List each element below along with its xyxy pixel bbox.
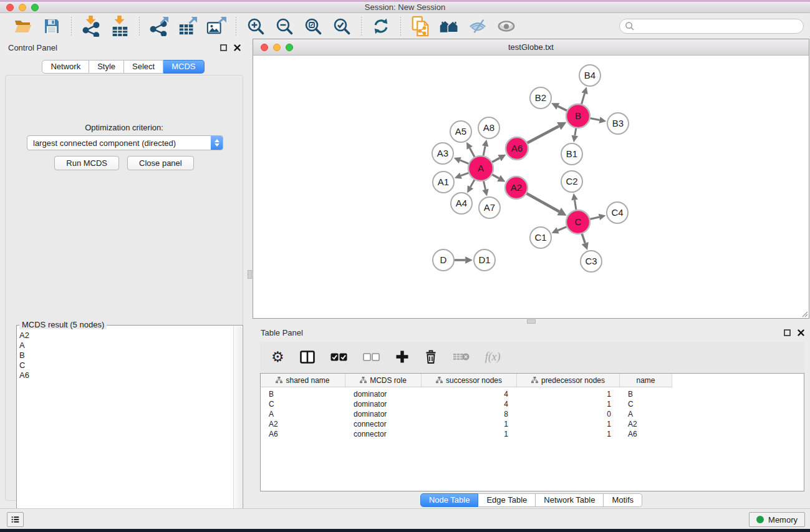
edge-C-C3[interactable]	[582, 233, 586, 243]
tab-network-table[interactable]: Network Table	[536, 493, 604, 507]
cell-successor-nodes[interactable]: 8	[422, 409, 517, 419]
cell-mcds-role[interactable]: connector	[345, 429, 422, 439]
column-header-successor-nodes[interactable]: successor nodes	[422, 374, 517, 387]
cell-shared-name[interactable]: A2	[261, 419, 345, 429]
edge-C-C4[interactable]	[589, 217, 599, 220]
cell-shared-name[interactable]: B	[261, 389, 345, 399]
tab-select[interactable]: Select	[124, 60, 163, 74]
node-table[interactable]: shared nameMCDS rolesuccessor nodesprede…	[260, 373, 804, 491]
tab-network[interactable]: Network	[42, 60, 89, 74]
export-network-button[interactable]	[149, 16, 169, 36]
refresh-view-button[interactable]	[371, 16, 391, 36]
memory-button[interactable]: Memory	[749, 512, 805, 527]
copy-network-view-button[interactable]	[410, 16, 430, 36]
edge-A6-B[interactable]	[526, 126, 559, 143]
table-float-button[interactable]	[783, 328, 791, 337]
cell-shared-name[interactable]: A	[261, 409, 345, 419]
edge-C-C1[interactable]	[558, 226, 568, 231]
cell-successor-nodes[interactable]: 1	[422, 419, 517, 429]
table-row[interactable]: Cdominator41C	[261, 399, 804, 409]
cell-predecessor-nodes[interactable]: 1	[517, 429, 620, 439]
create-column-button[interactable]	[395, 350, 409, 364]
cell-name[interactable]: A	[620, 409, 672, 419]
cell-mcds-role[interactable]: dominator	[345, 399, 422, 409]
cell-mcds-role[interactable]: dominator	[345, 409, 422, 419]
cell-shared-name[interactable]: A6	[261, 429, 345, 439]
mcds-result-item[interactable]: A	[19, 341, 233, 351]
import-network-button[interactable]	[81, 16, 101, 36]
cell-successor-nodes[interactable]: 4	[422, 399, 517, 409]
table-row[interactable]: Adominator80A	[261, 409, 804, 419]
toggle-columns-button[interactable]	[300, 351, 315, 364]
resize-grip-icon[interactable]	[801, 310, 808, 317]
edge-A-A5[interactable]	[470, 148, 475, 158]
edge-A-A4[interactable]	[470, 179, 475, 187]
column-header-shared-name[interactable]: shared name	[261, 374, 345, 387]
edge-A-A7[interactable]	[483, 180, 485, 190]
tab-motifs[interactable]: Motifs	[604, 493, 642, 507]
column-header-mcds-role[interactable]: MCDS role	[345, 374, 422, 387]
table-row[interactable]: Bdominator41B	[261, 389, 804, 399]
task-history-button[interactable]	[7, 512, 24, 527]
tab-style[interactable]: Style	[89, 60, 124, 74]
table-row[interactable]: A2connector11A2	[261, 419, 804, 429]
edge-A-A8[interactable]	[483, 146, 485, 157]
export-image-button[interactable]	[206, 16, 226, 36]
mcds-result-item[interactable]: C	[19, 360, 233, 370]
cell-name[interactable]: C	[620, 399, 672, 409]
table-mode-button[interactable]: ⚙	[271, 350, 284, 364]
cell-shared-name[interactable]: C	[261, 399, 345, 409]
column-header-predecessor-nodes[interactable]: predecessor nodes	[517, 374, 620, 387]
mcds-result-item[interactable]: B	[19, 351, 233, 360]
mcds-result-item[interactable]: A2	[19, 331, 233, 341]
cell-mcds-role[interactable]: dominator	[345, 389, 422, 399]
delete-column-button[interactable]	[425, 349, 437, 364]
home-button[interactable]	[439, 16, 459, 36]
edge-B-B2[interactable]	[558, 106, 568, 111]
float-panel-button[interactable]	[219, 43, 228, 52]
edge-C-C2[interactable]	[575, 200, 577, 211]
delete-table-button[interactable]	[453, 351, 470, 362]
edge-B-B4[interactable]	[581, 94, 585, 105]
tab-mcds[interactable]: MCDS	[163, 60, 204, 74]
search-input[interactable]	[634, 21, 803, 31]
horizontal-split-handle[interactable]	[527, 319, 536, 324]
mcds-result-item[interactable]: A6	[19, 370, 233, 380]
cell-mcds-role[interactable]: connector	[345, 419, 422, 429]
network-canvas[interactable]: B4B2BB3A8A5A6A3B1AC2A1A2A4A7C4CC1DD1C3	[253, 56, 809, 318]
column-header-name[interactable]: name	[620, 374, 672, 387]
cell-successor-nodes[interactable]: 4	[422, 389, 517, 399]
edge-A-A1[interactable]	[461, 173, 470, 176]
hide-panel-button[interactable]	[468, 16, 488, 36]
cell-successor-nodes[interactable]: 1	[422, 429, 517, 439]
close-panel-button[interactable]	[233, 43, 241, 52]
cell-name[interactable]: A2	[620, 419, 672, 429]
open-session-button[interactable]	[13, 16, 33, 36]
edge-B-B3[interactable]	[589, 118, 600, 120]
deselect-all-button[interactable]	[363, 353, 380, 361]
cell-predecessor-nodes[interactable]: 0	[517, 409, 620, 419]
zoom-out-button[interactable]	[274, 16, 294, 36]
table-row[interactable]: A6connector11A6	[261, 429, 804, 439]
select-all-button[interactable]	[330, 353, 347, 361]
criterion-select[interactable]: largest connected component (directed)	[27, 135, 223, 150]
show-panel-button[interactable]	[496, 16, 516, 36]
export-table-button[interactable]	[178, 16, 198, 36]
import-table-button[interactable]	[110, 16, 130, 36]
close-panel-action-button[interactable]: Close panel	[127, 156, 194, 170]
table-close-button[interactable]	[796, 328, 805, 337]
zoom-selected-button[interactable]	[332, 16, 352, 36]
cell-predecessor-nodes[interactable]: 1	[517, 399, 620, 409]
tab-node-table[interactable]: Node Table	[420, 493, 479, 507]
zoom-in-button[interactable]	[246, 16, 266, 36]
result-scrollbar[interactable]	[233, 326, 242, 531]
cell-name[interactable]: B	[620, 389, 672, 399]
network-graph[interactable]: B4B2BB3A8A5A6A3B1AC2A1A2A4A7C4CC1DD1C3	[253, 56, 809, 318]
save-session-button[interactable]	[42, 16, 62, 36]
tab-edge-table[interactable]: Edge Table	[478, 493, 536, 507]
function-builder-button[interactable]: f(x)	[485, 351, 501, 364]
edge-A-A3[interactable]	[460, 160, 470, 164]
cell-predecessor-nodes[interactable]: 1	[517, 419, 620, 429]
cell-predecessor-nodes[interactable]: 1	[517, 389, 620, 399]
zoom-fit-button[interactable]	[303, 16, 323, 36]
